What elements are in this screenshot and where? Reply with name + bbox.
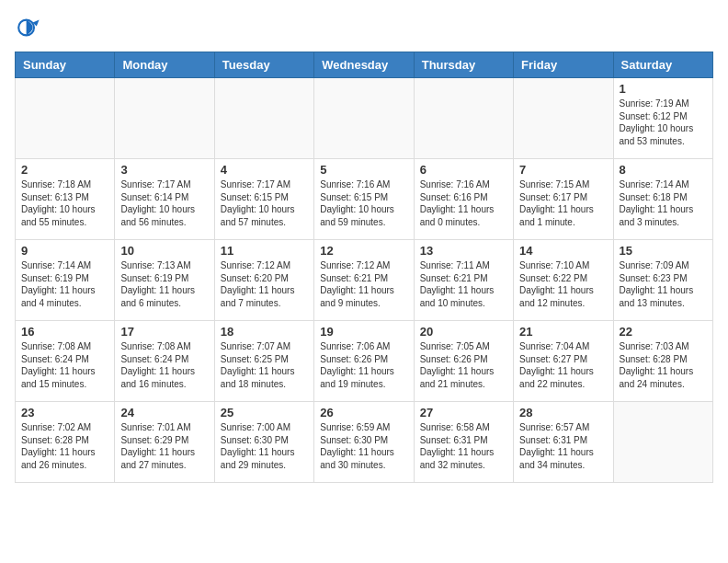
day-info: Sunrise: 7:14 AM Sunset: 6:18 PM Dayligh…: [620, 178, 707, 228]
day-info: Sunrise: 7:06 AM Sunset: 6:26 PM Dayligh…: [320, 340, 407, 390]
calendar-cell: 2Sunrise: 7:18 AM Sunset: 6:13 PM Daylig…: [16, 159, 115, 240]
day-info: Sunrise: 7:18 AM Sunset: 6:13 PM Dayligh…: [21, 178, 108, 228]
day-number: 4: [221, 163, 308, 177]
calendar-cell: 22Sunrise: 7:03 AM Sunset: 6:28 PM Dayli…: [613, 321, 712, 402]
calendar-cell: 21Sunrise: 7:04 AM Sunset: 6:27 PM Dayli…: [514, 321, 613, 402]
day-number: 7: [519, 163, 607, 177]
day-info: Sunrise: 7:09 AM Sunset: 6:23 PM Dayligh…: [620, 259, 707, 309]
calendar-cell: 28Sunrise: 6:57 AM Sunset: 6:31 PM Dayli…: [514, 402, 613, 483]
day-info: Sunrise: 7:17 AM Sunset: 6:14 PM Dayligh…: [120, 178, 208, 228]
calendar-cell: 17Sunrise: 7:08 AM Sunset: 6:24 PM Dayli…: [115, 321, 214, 402]
day-info: Sunrise: 7:11 AM Sunset: 6:21 PM Dayligh…: [420, 259, 507, 309]
calendar-cell: 12Sunrise: 7:12 AM Sunset: 6:21 PM Dayli…: [314, 240, 414, 321]
day-number: 14: [519, 244, 607, 258]
day-header-thursday: Thursday: [414, 52, 513, 78]
day-number: 18: [221, 325, 308, 339]
calendar-cell: 20Sunrise: 7:05 AM Sunset: 6:26 PM Dayli…: [414, 321, 513, 402]
day-header-sunday: Sunday: [16, 52, 115, 78]
calendar-week-2: 9Sunrise: 7:14 AM Sunset: 6:19 PM Daylig…: [16, 240, 713, 321]
calendar-cell: 18Sunrise: 7:07 AM Sunset: 6:25 PM Dayli…: [214, 321, 313, 402]
logo: [15, 15, 44, 40]
day-header-wednesday: Wednesday: [314, 52, 414, 78]
day-number: 1: [620, 82, 707, 96]
calendar-cell: [214, 78, 313, 159]
day-number: 26: [320, 406, 407, 419]
calendar-cell: 19Sunrise: 7:06 AM Sunset: 6:26 PM Dayli…: [314, 321, 414, 402]
calendar-cell: 6Sunrise: 7:16 AM Sunset: 6:16 PM Daylig…: [414, 159, 513, 240]
calendar-cell: 13Sunrise: 7:11 AM Sunset: 6:21 PM Dayli…: [414, 240, 513, 321]
calendar: SundayMondayTuesdayWednesdayThursdayFrid…: [15, 52, 713, 483]
day-info: Sunrise: 7:16 AM Sunset: 6:16 PM Dayligh…: [420, 178, 507, 228]
page-header: [15, 15, 713, 40]
day-info: Sunrise: 7:15 AM Sunset: 6:17 PM Dayligh…: [519, 178, 607, 228]
day-number: 13: [420, 244, 507, 258]
calendar-cell: 26Sunrise: 6:59 AM Sunset: 6:30 PM Dayli…: [314, 402, 414, 483]
day-header-saturday: Saturday: [613, 52, 712, 78]
day-number: 12: [320, 244, 407, 258]
day-number: 3: [120, 163, 208, 177]
calendar-cell: 3Sunrise: 7:17 AM Sunset: 6:14 PM Daylig…: [115, 159, 214, 240]
calendar-cell: 5Sunrise: 7:16 AM Sunset: 6:15 PM Daylig…: [314, 159, 414, 240]
calendar-cell: 11Sunrise: 7:12 AM Sunset: 6:20 PM Dayli…: [214, 240, 313, 321]
day-number: 10: [120, 244, 208, 258]
day-number: 28: [519, 406, 607, 419]
day-info: Sunrise: 7:12 AM Sunset: 6:21 PM Dayligh…: [320, 259, 407, 309]
calendar-cell: 1Sunrise: 7:19 AM Sunset: 6:12 PM Daylig…: [613, 78, 712, 159]
calendar-cell: 15Sunrise: 7:09 AM Sunset: 6:23 PM Dayli…: [613, 240, 712, 321]
day-info: Sunrise: 7:08 AM Sunset: 6:24 PM Dayligh…: [21, 340, 108, 390]
day-number: 21: [519, 325, 607, 339]
day-info: Sunrise: 7:05 AM Sunset: 6:26 PM Dayligh…: [420, 340, 507, 390]
calendar-cell: 8Sunrise: 7:14 AM Sunset: 6:18 PM Daylig…: [613, 159, 712, 240]
calendar-cell: 9Sunrise: 7:14 AM Sunset: 6:19 PM Daylig…: [16, 240, 115, 321]
day-number: 22: [620, 325, 707, 339]
day-number: 9: [21, 244, 108, 258]
day-info: Sunrise: 7:14 AM Sunset: 6:19 PM Dayligh…: [21, 259, 108, 309]
day-number: 5: [320, 163, 407, 177]
calendar-cell: 16Sunrise: 7:08 AM Sunset: 6:24 PM Dayli…: [16, 321, 115, 402]
calendar-cell: [514, 78, 613, 159]
day-info: Sunrise: 7:01 AM Sunset: 6:29 PM Dayligh…: [120, 421, 208, 471]
day-number: 6: [420, 163, 507, 177]
calendar-week-4: 23Sunrise: 7:02 AM Sunset: 6:28 PM Dayli…: [16, 402, 713, 483]
day-info: Sunrise: 7:07 AM Sunset: 6:25 PM Dayligh…: [221, 340, 308, 390]
day-info: Sunrise: 6:59 AM Sunset: 6:30 PM Dayligh…: [320, 421, 407, 471]
day-info: Sunrise: 7:04 AM Sunset: 6:27 PM Dayligh…: [519, 340, 607, 390]
day-number: 8: [620, 163, 707, 177]
day-header-tuesday: Tuesday: [214, 52, 313, 78]
calendar-cell: [314, 78, 414, 159]
day-info: Sunrise: 7:03 AM Sunset: 6:28 PM Dayligh…: [620, 340, 707, 390]
day-info: Sunrise: 7:12 AM Sunset: 6:20 PM Dayligh…: [221, 259, 308, 309]
day-info: Sunrise: 7:00 AM Sunset: 6:30 PM Dayligh…: [221, 421, 308, 471]
calendar-cell: [414, 78, 513, 159]
day-number: 16: [21, 325, 108, 339]
calendar-cell: 14Sunrise: 7:10 AM Sunset: 6:22 PM Dayli…: [514, 240, 613, 321]
calendar-cell: 4Sunrise: 7:17 AM Sunset: 6:15 PM Daylig…: [214, 159, 313, 240]
day-info: Sunrise: 7:08 AM Sunset: 6:24 PM Dayligh…: [120, 340, 208, 390]
day-header-friday: Friday: [514, 52, 613, 78]
calendar-cell: 27Sunrise: 6:58 AM Sunset: 6:31 PM Dayli…: [414, 402, 513, 483]
day-info: Sunrise: 7:13 AM Sunset: 6:19 PM Dayligh…: [120, 259, 208, 309]
day-number: 11: [221, 244, 308, 258]
day-info: Sunrise: 7:16 AM Sunset: 6:15 PM Dayligh…: [320, 178, 407, 228]
day-number: 2: [21, 163, 108, 177]
calendar-cell: [16, 78, 115, 159]
day-number: 27: [420, 406, 507, 419]
day-number: 17: [120, 325, 208, 339]
calendar-cell: [115, 78, 214, 159]
day-info: Sunrise: 7:17 AM Sunset: 6:15 PM Dayligh…: [221, 178, 308, 228]
calendar-cell: [613, 402, 712, 483]
calendar-week-1: 2Sunrise: 7:18 AM Sunset: 6:13 PM Daylig…: [16, 159, 713, 240]
day-info: Sunrise: 7:02 AM Sunset: 6:28 PM Dayligh…: [21, 421, 108, 471]
day-info: Sunrise: 7:10 AM Sunset: 6:22 PM Dayligh…: [519, 259, 607, 309]
calendar-header-row: SundayMondayTuesdayWednesdayThursdayFrid…: [16, 52, 713, 78]
calendar-week-0: 1Sunrise: 7:19 AM Sunset: 6:12 PM Daylig…: [16, 78, 713, 159]
calendar-cell: 7Sunrise: 7:15 AM Sunset: 6:17 PM Daylig…: [514, 159, 613, 240]
day-number: 25: [221, 406, 308, 419]
day-number: 20: [420, 325, 507, 339]
day-info: Sunrise: 6:58 AM Sunset: 6:31 PM Dayligh…: [420, 421, 507, 471]
calendar-cell: 25Sunrise: 7:00 AM Sunset: 6:30 PM Dayli…: [214, 402, 313, 483]
calendar-cell: 10Sunrise: 7:13 AM Sunset: 6:19 PM Dayli…: [115, 240, 214, 321]
day-info: Sunrise: 6:57 AM Sunset: 6:31 PM Dayligh…: [519, 421, 607, 471]
day-number: 15: [620, 244, 707, 258]
calendar-cell: 24Sunrise: 7:01 AM Sunset: 6:29 PM Dayli…: [115, 402, 214, 483]
